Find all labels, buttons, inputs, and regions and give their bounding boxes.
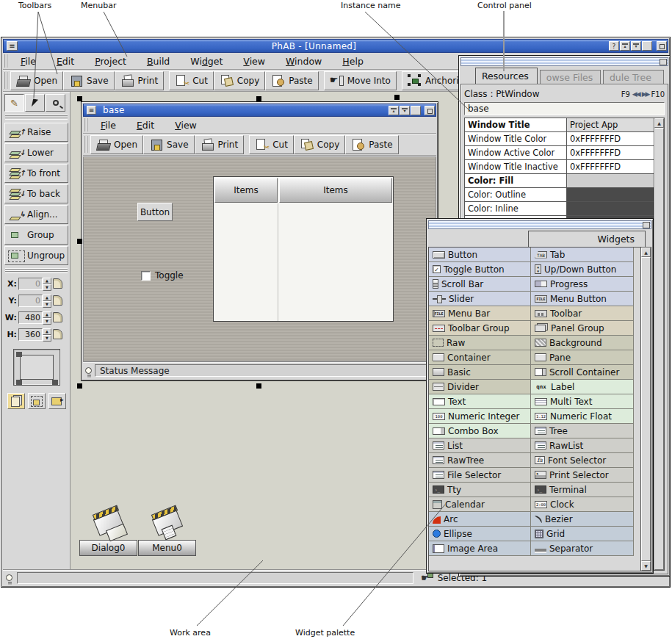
palette-item-rawlist[interactable]: RawList	[531, 438, 634, 453]
base-titlebar[interactable]: ≡ base ▴ ▾	[83, 104, 436, 117]
selection-handle[interactable]	[394, 95, 400, 100]
sidebar-gripper[interactable]	[5, 115, 68, 120]
spinner-up-icon[interactable]: ▲	[43, 328, 51, 335]
resource-name[interactable]: Window Active Color	[465, 146, 566, 159]
dialog0-module[interactable]: Dialog0	[79, 508, 137, 556]
palette-item-numeric-integer[interactable]: 100Numeric Integer	[429, 409, 531, 424]
palette-item-tab[interactable]: TABTab	[531, 248, 634, 262]
palette-item-print-selector[interactable]: Print Selector	[531, 468, 634, 483]
resource-name[interactable]: Color: Inline	[465, 202, 566, 215]
menu-project[interactable]: Project	[84, 53, 137, 69]
instance-name-input[interactable]	[464, 102, 665, 115]
palette-item-font-selector[interactable]: faFont Selector	[531, 453, 634, 468]
palette-item-toolbar[interactable]: Toolbar	[531, 306, 634, 321]
selection-handle[interactable]	[77, 383, 82, 389]
palette-item-rawtree[interactable]: RawTree	[429, 453, 531, 468]
window-menu-icon[interactable]: ≡	[7, 41, 18, 51]
menubar-gripper[interactable]	[4, 54, 8, 68]
palette-collapse-button[interactable]	[643, 222, 650, 228]
menu-window[interactable]: Window	[275, 53, 332, 69]
spinner-control[interactable]: ▲▼	[43, 328, 51, 341]
help-button[interactable]: ?	[609, 41, 619, 51]
palette-item-panel-group[interactable]: Panel Group	[531, 321, 634, 336]
cut-button[interactable]: Cut	[169, 71, 214, 90]
base-close-button[interactable]	[424, 106, 435, 115]
palette-item-label[interactable]: qnxLabel	[531, 380, 634, 394]
to-front-button[interactable]: ↑To front	[4, 164, 68, 183]
h-input[interactable]	[18, 328, 43, 341]
arrow-mode-button[interactable]	[48, 393, 66, 409]
menu-view[interactable]: View	[233, 53, 275, 69]
palette-item-calendar[interactable]: Calendar	[429, 497, 531, 512]
tab-resources[interactable]: Resources	[475, 68, 538, 84]
base-menubar-gripper[interactable]	[84, 118, 88, 131]
sidebar-gripper-2[interactable]	[5, 268, 68, 273]
resource-value[interactable]: Project App	[566, 118, 654, 131]
resource-value[interactable]: 0xFFFFFFFD	[566, 132, 654, 145]
base-toolbar-gripper[interactable]	[84, 136, 88, 153]
palette-item-multi-text[interactable]: Multi Text	[531, 394, 634, 409]
paste-button[interactable]: Paste	[265, 71, 318, 90]
palette-item-numeric-float[interactable]: 1.12Numeric Float	[531, 409, 634, 424]
to-back-button[interactable]: ↓To back	[4, 184, 68, 203]
selection-handle[interactable]	[77, 239, 82, 244]
menu-edit[interactable]: Edit	[126, 117, 165, 133]
tab-owse-files[interactable]: owse Files	[540, 70, 601, 84]
palette-item-grid[interactable]: Grid	[531, 527, 634, 541]
anchor-preview[interactable]	[13, 349, 60, 386]
palette-item-container[interactable]: Container	[429, 350, 531, 365]
raise-button[interactable]: ↑Raise	[4, 123, 68, 142]
w-input[interactable]	[18, 311, 43, 324]
module-label[interactable]: Dialog0	[79, 540, 137, 556]
zoom-tool-button[interactable]	[46, 94, 65, 112]
menu-widget[interactable]: Widget	[180, 53, 233, 69]
print-button[interactable]: Print	[115, 71, 165, 90]
resource-value[interactable]	[566, 202, 654, 215]
designed-button-widget[interactable]: Button	[137, 203, 173, 221]
palette-item-tree[interactable]: Tree	[531, 424, 634, 438]
palette-item-arc[interactable]: Arc	[429, 512, 531, 527]
palette-item-separator[interactable]: Separator	[531, 541, 634, 556]
spinner-down-icon[interactable]: ▼	[43, 284, 51, 291]
designed-toggle-widget[interactable]: Toggle	[141, 270, 184, 281]
copy-button[interactable]: Copy	[294, 135, 345, 154]
spinner-control[interactable]: ▲▼	[43, 295, 51, 307]
palette-item-file-selector[interactable]: File Selector	[429, 468, 531, 483]
scroll-up-icon[interactable]: ▲	[654, 118, 664, 128]
lock-icon[interactable]	[53, 329, 62, 339]
copy-button[interactable]: Copy	[214, 71, 265, 90]
designed-tree-widget[interactable]: Items Items	[213, 176, 394, 322]
base-minimize-button[interactable]: ▴	[389, 106, 399, 115]
palette-item-progress[interactable]: Progress	[531, 277, 634, 292]
palette-item-menu-bar[interactable]: FILEMenu Bar	[429, 306, 531, 321]
palette-item-pane[interactable]: Pane	[531, 350, 634, 365]
restore-button[interactable]	[642, 41, 652, 51]
x-input[interactable]	[18, 278, 43, 290]
menu-file[interactable]: File	[90, 117, 126, 133]
palette-item-bezier[interactable]: Bezier	[531, 512, 634, 527]
palette-item-basic[interactable]: Basic	[429, 365, 531, 380]
print-button[interactable]: Print	[195, 135, 245, 154]
palette-item-up-down-button[interactable]: Up/Down Button	[531, 262, 634, 277]
close-button[interactable]	[657, 41, 667, 51]
base-maximize-button[interactable]: ▾	[400, 106, 410, 115]
group-button[interactable]: Group	[4, 225, 68, 245]
palette-item-slider[interactable]: Slider	[429, 292, 531, 306]
spinner-down-icon[interactable]: ▼	[43, 318, 51, 325]
base-canvas[interactable]: Button Toggle Items Items	[83, 156, 436, 361]
menu-file[interactable]: File	[10, 53, 46, 69]
resource-value[interactable]: 0xFFFFFFFD	[566, 146, 654, 159]
selection-handle[interactable]	[256, 96, 261, 101]
palette-scrollbar[interactable]: ▲ ▼	[640, 248, 651, 571]
lock-icon[interactable]	[53, 312, 62, 322]
resource-name[interactable]: Window Title	[465, 118, 566, 131]
scroll-down-icon[interactable]: ▼	[641, 561, 651, 571]
module-label[interactable]: Menu0	[138, 540, 196, 556]
resource-value[interactable]	[566, 188, 654, 201]
tree-column-header[interactable]: Items	[214, 178, 278, 203]
panel-collapse-button[interactable]	[660, 59, 667, 65]
spinner-down-icon[interactable]: ▼	[43, 301, 51, 308]
open-button[interactable]: Open	[10, 71, 63, 90]
palette-item-terminal[interactable]: Terminal	[531, 483, 634, 497]
spinner-control[interactable]: ▲▼	[43, 311, 51, 324]
